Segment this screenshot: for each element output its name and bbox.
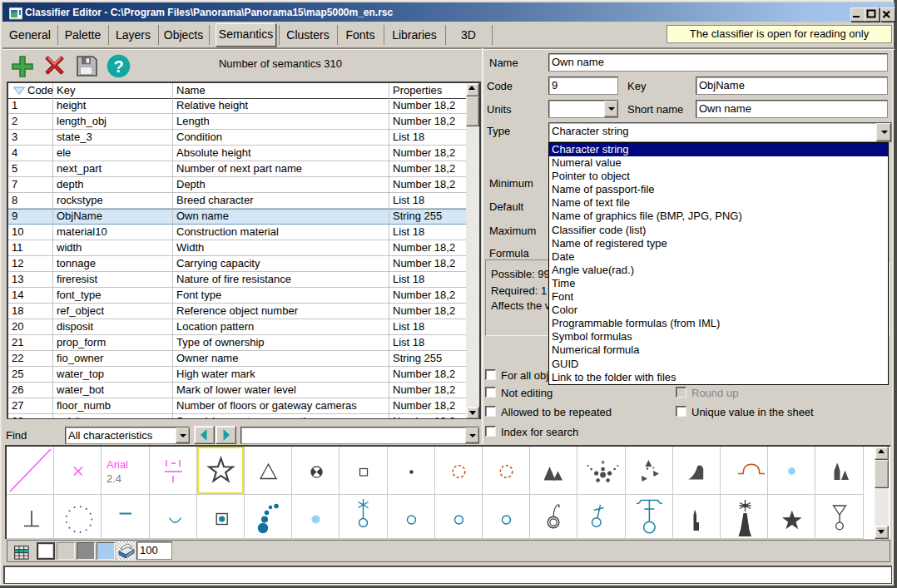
svg-text:?: ? [113, 57, 123, 76]
svg-text:2.4: 2.4 [107, 472, 121, 485]
svg-text:Arial: Arial [107, 458, 128, 471]
